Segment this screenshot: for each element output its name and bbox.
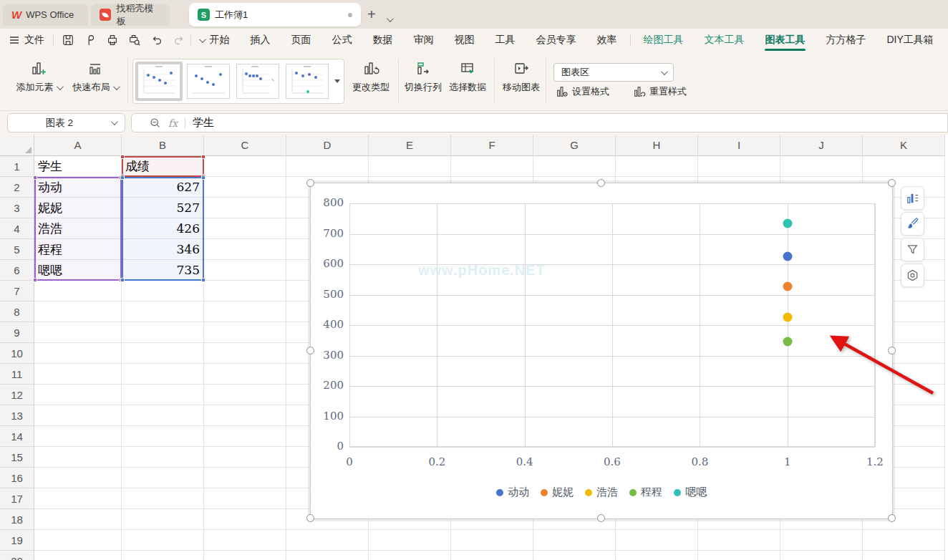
chart-resize-handle[interactable] bbox=[306, 514, 314, 522]
new-tab-button[interactable]: + bbox=[367, 6, 376, 23]
col-header-E[interactable]: E bbox=[369, 135, 451, 156]
row-header-2[interactable]: 2 bbox=[0, 177, 34, 198]
cell-D1[interactable] bbox=[286, 156, 369, 177]
chart-resize-handle[interactable] bbox=[888, 347, 896, 354]
cell-B19[interactable] bbox=[122, 530, 204, 551]
row-header-6[interactable]: 6 bbox=[0, 260, 34, 281]
row-header-3[interactable]: 3 bbox=[0, 198, 34, 218]
col-header-D[interactable]: D bbox=[286, 135, 369, 156]
chart-settings-button[interactable] bbox=[901, 264, 924, 287]
chart-resize-handle[interactable] bbox=[306, 179, 314, 187]
cell-B15[interactable] bbox=[122, 447, 204, 468]
cell-C18[interactable] bbox=[204, 509, 286, 530]
legend-item-2[interactable]: 妮妮 bbox=[541, 486, 574, 499]
cell-K1[interactable] bbox=[863, 156, 945, 177]
cell-B10[interactable] bbox=[122, 343, 204, 364]
name-box[interactable]: 图表 2 bbox=[7, 113, 125, 132]
row-header-15[interactable]: 15 bbox=[0, 447, 34, 468]
select-data-button[interactable]: 选择数据 bbox=[447, 60, 488, 94]
cell-B14[interactable] bbox=[122, 426, 204, 447]
cell-E19[interactable] bbox=[369, 530, 451, 551]
col-header-K[interactable]: K bbox=[863, 135, 945, 156]
cell-B16[interactable] bbox=[122, 468, 204, 488]
chart-resize-handle[interactable] bbox=[597, 179, 605, 187]
cell-G1[interactable] bbox=[533, 156, 616, 177]
cell-K19[interactable] bbox=[863, 530, 945, 551]
cell-C12[interactable] bbox=[204, 385, 286, 405]
cell-H1[interactable] bbox=[616, 156, 698, 177]
row-header-17[interactable]: 17 bbox=[0, 488, 34, 509]
menu-membership[interactable]: 会员专享 bbox=[526, 29, 586, 52]
cell-A16[interactable] bbox=[34, 468, 122, 488]
cell-A19[interactable] bbox=[34, 530, 122, 551]
legend-item-5[interactable]: 嗯嗯 bbox=[674, 486, 707, 499]
chart-style-thumb-selected[interactable] bbox=[135, 62, 183, 101]
undo-button[interactable] bbox=[149, 32, 165, 48]
cell-C19[interactable] bbox=[204, 530, 286, 551]
select-all-corner[interactable] bbox=[0, 135, 34, 156]
legend-item-1[interactable]: 动动 bbox=[496, 486, 529, 499]
cell-I19[interactable] bbox=[698, 530, 780, 551]
menu-data[interactable]: 数据 bbox=[362, 29, 403, 52]
col-header-H[interactable]: H bbox=[616, 135, 698, 156]
menu-formula[interactable]: 公式 bbox=[321, 29, 362, 52]
cell-C16[interactable] bbox=[204, 468, 286, 488]
cell-C6[interactable] bbox=[204, 260, 286, 281]
cell-F1[interactable] bbox=[451, 156, 533, 177]
cell-E20[interactable] bbox=[369, 551, 451, 560]
cell-C7[interactable] bbox=[204, 281, 286, 301]
chart-filter-button[interactable] bbox=[901, 238, 924, 261]
col-header-C[interactable]: C bbox=[204, 135, 286, 156]
cell-J1[interactable] bbox=[780, 156, 863, 177]
cell-E1[interactable] bbox=[369, 156, 451, 177]
redo-button[interactable] bbox=[171, 32, 187, 48]
menu-tools[interactable]: 工具 bbox=[485, 29, 526, 52]
cell-B4[interactable]: 426 bbox=[122, 218, 204, 239]
tab-workbook1[interactable]: S 工作簿1 bbox=[189, 3, 361, 26]
cell-C13[interactable] bbox=[204, 405, 286, 426]
cell-A8[interactable] bbox=[34, 301, 122, 322]
col-header-J[interactable]: J bbox=[780, 135, 863, 156]
tab-chart-tools[interactable]: 图表工具 bbox=[755, 29, 816, 52]
chart-style-thumb[interactable] bbox=[185, 62, 232, 101]
cell-B3[interactable]: 527 bbox=[122, 198, 204, 218]
cell-A2[interactable]: 动动 bbox=[34, 177, 122, 198]
row-header-14[interactable]: 14 bbox=[0, 426, 34, 447]
legend-item-3[interactable]: 浩浩 bbox=[585, 486, 618, 499]
cell-A9[interactable] bbox=[34, 322, 122, 343]
chart-resize-handle[interactable] bbox=[597, 514, 605, 522]
cell-B9[interactable] bbox=[122, 322, 204, 343]
menu-efficiency[interactable]: 效率 bbox=[586, 29, 627, 52]
tab-text-tools[interactable]: 文本工具 bbox=[694, 29, 755, 52]
tab-diy-toolbox[interactable]: DIY工具箱 bbox=[876, 29, 944, 52]
cell-A13[interactable] bbox=[34, 405, 122, 426]
row-header-10[interactable]: 10 bbox=[0, 343, 34, 364]
cell-C15[interactable] bbox=[204, 447, 286, 468]
cell-I1[interactable] bbox=[698, 156, 780, 177]
cell-J20[interactable] bbox=[780, 551, 863, 560]
row-header-20[interactable]: 20 bbox=[0, 551, 34, 560]
row-header-5[interactable]: 5 bbox=[0, 239, 34, 260]
cell-C9[interactable] bbox=[204, 322, 286, 343]
cell-H19[interactable] bbox=[616, 530, 698, 551]
row-header-4[interactable]: 4 bbox=[0, 218, 34, 239]
row-header-19[interactable]: 19 bbox=[0, 530, 34, 551]
save-button[interactable] bbox=[60, 32, 76, 48]
row-header-16[interactable]: 16 bbox=[0, 468, 34, 488]
cell-F20[interactable] bbox=[451, 551, 533, 560]
chart-resize-handle[interactable] bbox=[306, 347, 314, 354]
cell-C20[interactable] bbox=[204, 551, 286, 560]
print-preview-button[interactable] bbox=[127, 32, 142, 48]
chart-style-thumb[interactable] bbox=[234, 62, 281, 101]
chart-object[interactable]: www.pHome.NET 00.20.40.60.811.2010020030… bbox=[310, 183, 893, 519]
chart-resize-handle[interactable] bbox=[888, 179, 896, 187]
cell-I20[interactable] bbox=[698, 551, 780, 560]
cell-B1[interactable]: 成绩 bbox=[122, 156, 204, 177]
cell-A20[interactable] bbox=[34, 551, 122, 560]
row-header-9[interactable]: 9 bbox=[0, 322, 34, 343]
row-header-1[interactable]: 1 bbox=[0, 156, 34, 177]
col-header-I[interactable]: I bbox=[698, 135, 780, 156]
cell-A6[interactable]: 嗯嗯 bbox=[34, 260, 122, 281]
cell-C5[interactable] bbox=[204, 239, 286, 260]
scatter-point-4[interactable] bbox=[783, 337, 792, 346]
